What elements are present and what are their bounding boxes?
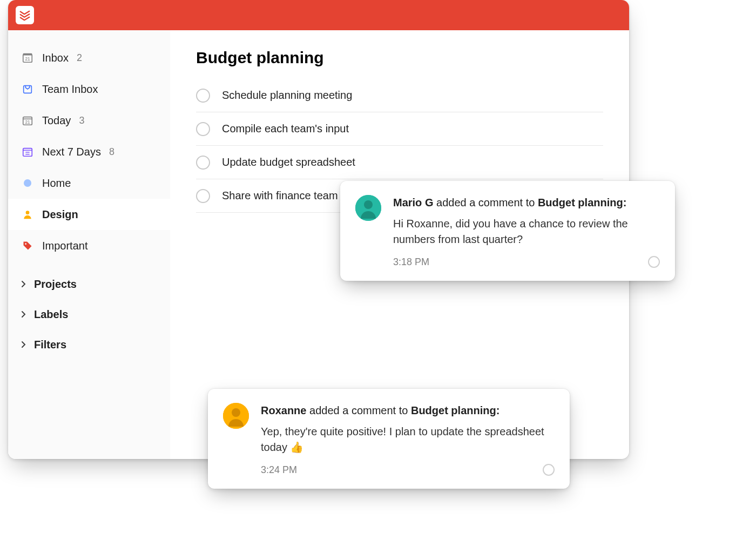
chevron-right-icon: [21, 280, 28, 288]
notification-header: Roxanne added a comment to Budget planni…: [261, 403, 555, 419]
notification-mark-read[interactable]: [543, 464, 555, 476]
tag-icon: [21, 239, 34, 252]
sidebar-item-count: 3: [79, 115, 84, 126]
sidebar-section-labels[interactable]: Labels: [8, 299, 170, 329]
sidebar-item-label: Design: [42, 208, 78, 221]
todoist-logo-icon: [19, 9, 31, 21]
avatar: [223, 403, 249, 429]
notification-target: Budget planning:: [411, 404, 500, 416]
notification-target: Budget planning:: [538, 197, 626, 208]
app-logo[interactable]: [16, 6, 34, 24]
inbox-icon: 21: [21, 51, 34, 64]
person-icon: [21, 208, 34, 221]
notification-user: Roxanne: [261, 404, 306, 416]
avatar: [355, 195, 381, 221]
notification-action: added a comment to: [436, 197, 535, 208]
svg-point-12: [25, 243, 26, 245]
task-row[interactable]: Update budget spreadsheet: [196, 146, 603, 179]
sidebar-project-important[interactable]: Important: [8, 230, 170, 261]
notification-header: Mario G added a comment to Budget planni…: [393, 195, 660, 211]
top-bar: [8, 0, 629, 30]
sidebar-item-label: Next 7 Days: [42, 146, 101, 158]
sidebar-item-count: 8: [109, 146, 114, 158]
sidebar: 21 Inbox 2 Team Inbox 21 Today 3: [8, 30, 170, 459]
sidebar-item-inbox[interactable]: 21 Inbox 2: [8, 42, 170, 73]
notification-card[interactable]: Mario G added a comment to Budget planni…: [340, 181, 675, 281]
notification-time: 3:18 PM: [393, 255, 429, 269]
sidebar-item-label: Inbox: [42, 52, 69, 64]
notification-body: Mario G added a comment to Budget planni…: [393, 195, 660, 269]
svg-point-14: [364, 200, 373, 209]
sidebar-item-next7days[interactable]: Next 7 Days 8: [8, 136, 170, 167]
notification-body: Roxanne added a comment to Budget planni…: [261, 403, 555, 477]
task-title: Schedule planning meeting: [222, 89, 352, 102]
sidebar-section-label: Filters: [34, 339, 66, 351]
task-title: Update budget spreadsheet: [222, 156, 355, 168]
today-icon: 21: [21, 114, 34, 127]
task-checkbox[interactable]: [196, 122, 210, 136]
notification-user: Mario G: [393, 197, 433, 208]
svg-rect-1: [23, 53, 32, 56]
task-checkbox[interactable]: [196, 189, 210, 203]
task-checkbox[interactable]: [196, 89, 210, 103]
sidebar-item-label: Important: [42, 240, 87, 252]
chevron-right-icon: [21, 311, 28, 318]
sidebar-section-label: Labels: [34, 308, 68, 321]
sidebar-section-filters[interactable]: Filters: [8, 329, 170, 360]
notification-action: added a comment to: [309, 404, 408, 416]
sidebar-project-design[interactable]: Design: [8, 199, 170, 230]
task-checkbox[interactable]: [196, 156, 210, 170]
sidebar-item-label: Home: [42, 177, 71, 190]
task-title: Compile each team's input: [222, 123, 349, 135]
sidebar-item-count: 2: [77, 52, 82, 64]
sidebar-item-label: Today: [42, 114, 71, 127]
next7days-icon: [21, 145, 34, 158]
sidebar-project-home[interactable]: Home: [8, 167, 170, 199]
svg-point-11: [26, 211, 30, 214]
chevron-right-icon: [21, 341, 28, 348]
notification-mark-read[interactable]: [648, 256, 660, 268]
notification-message: Hi Roxanne, did you have a chance to rev…: [393, 216, 660, 247]
task-row[interactable]: Compile each team's input: [196, 112, 603, 146]
notification-message: Yep, they're quite positive! I plan to u…: [261, 424, 555, 455]
notification-card[interactable]: Roxanne added a comment to Budget planni…: [208, 389, 570, 489]
project-dot-icon: [21, 177, 34, 190]
sidebar-item-label: Team Inbox: [42, 83, 98, 96]
page-title: Budget planning: [196, 49, 603, 67]
notification-time: 3:24 PM: [261, 463, 297, 477]
svg-text:21: 21: [25, 120, 30, 125]
team-inbox-icon: [21, 83, 34, 96]
task-title: Share with finance team: [222, 190, 338, 202]
sidebar-item-team-inbox[interactable]: Team Inbox: [8, 73, 170, 105]
sidebar-section-projects[interactable]: Projects: [8, 269, 170, 299]
svg-point-16: [232, 408, 240, 417]
sidebar-section-label: Projects: [34, 278, 77, 291]
task-row[interactable]: Schedule planning meeting: [196, 79, 603, 112]
sidebar-item-today[interactable]: 21 Today 3: [8, 105, 170, 136]
svg-text:21: 21: [25, 57, 30, 62]
